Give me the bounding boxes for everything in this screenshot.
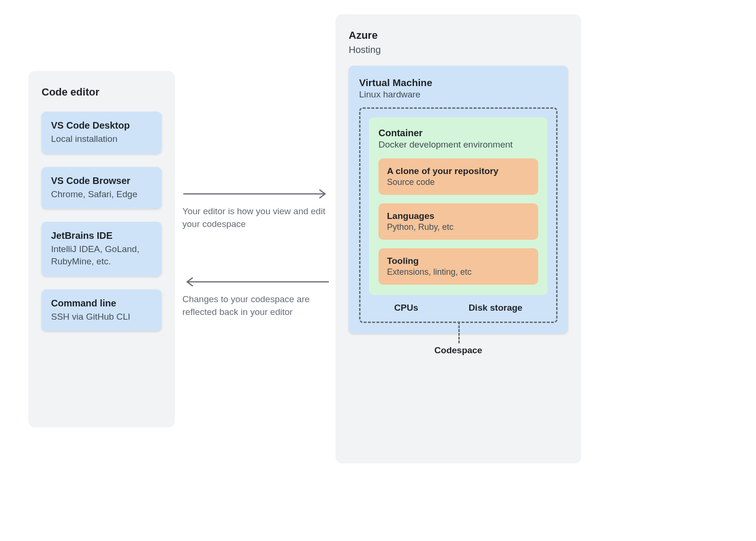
inner-card-tooling: Tooling Extensions, linting, etc: [378, 248, 538, 285]
azure-title: Azure: [349, 29, 568, 42]
arrow-right-icon: [182, 187, 330, 201]
inner-sub: Extensions, linting, etc: [387, 267, 530, 277]
inner-sub: Source code: [387, 177, 530, 187]
vm-box: Virtual Machine Linux hardware Container…: [349, 66, 568, 333]
codespace-label: Codespace: [434, 345, 482, 356]
inner-card-repo: A clone of your repository Source code: [378, 158, 538, 195]
inner-title: Tooling: [387, 256, 530, 266]
azure-sub: Hosting: [349, 44, 568, 55]
card-sub: Local installation: [51, 133, 152, 145]
vm-title: Virtual Machine: [359, 77, 558, 88]
card-title: VS Code Browser: [51, 175, 152, 186]
hw-cpus: CPUs: [394, 303, 418, 313]
vm-sub: Linux hardware: [359, 89, 558, 100]
codespace-connector-line: [458, 322, 460, 343]
editor-card-jetbrains: JetBrains IDE IntelliJ IDEA, GoLand, Rub…: [42, 222, 162, 276]
container-title: Container: [378, 128, 538, 139]
inner-card-languages: Languages Python, Ruby, etc: [378, 203, 538, 240]
arrow-left-icon: [182, 275, 330, 288]
card-sub: IntelliJ IDEA, GoLand, RubyMine, etc.: [51, 243, 152, 267]
card-sub: SSH via GitHub CLI: [51, 311, 152, 323]
inner-sub: Python, Ruby, etc: [387, 222, 530, 232]
card-title: JetBrains IDE: [51, 230, 152, 241]
inner-title: Languages: [387, 211, 530, 221]
hw-disk: Disk storage: [469, 303, 523, 313]
arrow-forward-text: Your editor is how you view and edit you…: [182, 205, 330, 230]
azure-panel: Azure Hosting Virtual Machine Linux hard…: [335, 14, 581, 463]
editor-card-vscode-desktop: VS Code Desktop Local installation: [42, 112, 162, 154]
inner-title: A clone of your repository: [387, 166, 530, 176]
code-editor-title: Code editor: [42, 86, 162, 98]
hardware-row: CPUs Disk storage: [369, 303, 548, 313]
codespace-dashed-box: Container Docker development environment…: [359, 107, 558, 323]
editor-card-vscode-browser: VS Code Browser Chrome, Safari, Edge: [42, 167, 162, 209]
card-sub: Chrome, Safari, Edge: [51, 188, 152, 201]
card-title: VS Code Desktop: [51, 120, 152, 131]
arrow-back-block: Changes to your codespace are reflected …: [182, 275, 330, 318]
card-title: Command line: [51, 298, 152, 309]
code-editor-panel: Code editor VS Code Desktop Local instal…: [28, 71, 175, 428]
container-sub: Docker development environment: [378, 140, 538, 150]
container-box: Container Docker development environment…: [369, 117, 548, 295]
arrow-forward-block: Your editor is how you view and edit you…: [182, 187, 330, 230]
arrow-back-text: Changes to your codespace are reflected …: [182, 293, 330, 318]
editor-card-cli: Command line SSH via GitHub CLI: [42, 289, 162, 332]
